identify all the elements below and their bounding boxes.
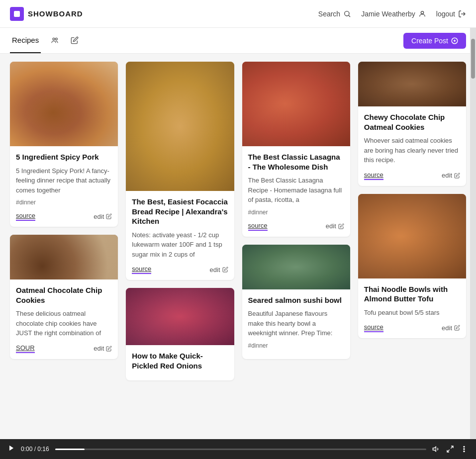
- create-post-label: Create Post: [411, 37, 448, 45]
- card-salmon-bowl: Seared salmon sushi bowl Beautiful Japan…: [242, 245, 350, 359]
- logo-icon: [10, 7, 24, 21]
- create-post-button[interactable]: Create Post: [403, 33, 466, 49]
- card-salmon-bowl-tag: #dinner: [248, 342, 344, 349]
- edit-pencil-icon3: [222, 267, 228, 273]
- tab-users[interactable]: [49, 28, 61, 53]
- card-pickled-onions: How to Make Quick-Pickled Red Onions: [126, 288, 234, 380]
- tab-edit[interactable]: [69, 28, 81, 53]
- fullscreen-icon[interactable]: [446, 445, 454, 453]
- user-name: Jamie Weatherby: [361, 10, 415, 18]
- salmon-bowl-image: [242, 245, 350, 289]
- user-icon: [418, 10, 426, 18]
- card-choc-oatmeal-title: Chewy Chocolate Chip Oatmeal Cookies: [364, 112, 460, 132]
- card-choc-oatmeal: Chewy Chocolate Chip Oatmeal Cookies Who…: [358, 62, 466, 186]
- edit-pencil-icon5: [454, 173, 460, 179]
- svg-line-1: [349, 15, 350, 17]
- card-lasagna-desc: The Best Classic Lasagna Recipe - Homema…: [248, 176, 344, 205]
- choc-oatmeal-edit[interactable]: edit: [442, 172, 460, 179]
- tabs: Recipes: [10, 28, 81, 53]
- spicy-pork-image: [10, 62, 118, 146]
- card-choc-oatmeal-desc: Whoever said oatmeal cookies are boring …: [364, 136, 460, 165]
- lasagna-edit[interactable]: edit: [326, 222, 344, 230]
- more-icon[interactable]: [460, 445, 468, 453]
- video-progress-fill: [55, 449, 85, 450]
- oatmeal-cookies-edit[interactable]: edit: [94, 345, 112, 352]
- card-spicy-pork: 5 Ingredient Spicy Pork 5 Ingredient Spi…: [10, 62, 118, 227]
- edit-pencil-icon6: [454, 325, 460, 331]
- svg-point-0: [345, 11, 349, 15]
- edit-pencil-icon: [106, 213, 112, 219]
- card-thai-noodle-title: Thai Noodle Bowls with Almond Butter Tof…: [364, 284, 460, 304]
- column-2: The Best, Easiest Focaccia Bread Recipe …: [126, 62, 234, 380]
- play-icon: [8, 445, 15, 452]
- thai-noodle-source[interactable]: source: [364, 323, 383, 332]
- svg-point-2: [421, 11, 423, 13]
- svg-line-11: [451, 446, 453, 449]
- card-salmon-bowl-title: Seared salmon sushi bowl: [248, 295, 344, 305]
- video-bar: 0:00 / 0:16: [0, 439, 476, 459]
- logout-button[interactable]: logout: [436, 10, 466, 18]
- oatmeal-cookies-image: [10, 235, 118, 279]
- subheader: Recipes Create Post: [0, 28, 476, 54]
- lasagna-image: [242, 62, 350, 146]
- card-spicy-pork-footer: source edit: [16, 210, 112, 221]
- search-button[interactable]: Search: [318, 10, 351, 18]
- card-oatmeal-cookies-title: Oatmeal Chocolate Chip Cookies: [16, 285, 112, 305]
- scrollbar[interactable]: [470, 28, 476, 439]
- card-focaccia-title: The Best, Easiest Focaccia Bread Recipe …: [132, 197, 228, 226]
- video-controls: [432, 445, 468, 453]
- card-lasagna: The Best Classic Lasagna - The Wholesome…: [242, 62, 350, 237]
- search-icon: [343, 10, 351, 18]
- card-spicy-pork-title: 5 Ingredient Spicy Pork: [16, 152, 112, 162]
- users-icon: [51, 36, 59, 44]
- main-content: 5 Ingredient Spicy Pork 5 Ingredient Spi…: [0, 54, 476, 388]
- card-choc-oatmeal-footer: source edit: [364, 169, 460, 180]
- card-spicy-pork-body: 5 Ingredient Spicy Pork 5 Ingredient Spi…: [10, 146, 118, 227]
- card-oatmeal-cookies-footer: SOUR edit: [16, 342, 112, 353]
- svg-line-12: [447, 450, 450, 452]
- card-thai-noodle: Thai Noodle Bowls with Almond Butter Tof…: [358, 194, 466, 339]
- thai-noodle-bowl-image: [358, 194, 466, 278]
- svg-point-15: [464, 451, 465, 452]
- video-play-button[interactable]: [8, 445, 15, 454]
- svg-marker-10: [433, 447, 436, 451]
- svg-point-4: [53, 38, 55, 40]
- svg-marker-9: [9, 446, 13, 451]
- card-spicy-pork-desc: 5 Ingredient Spicy Pork! A fancy-feeling…: [16, 166, 112, 195]
- cards-grid: 5 Ingredient Spicy Pork 5 Ingredient Spi…: [10, 62, 466, 380]
- card-lasagna-body: The Best Classic Lasagna - The Wholesome…: [242, 146, 350, 237]
- edit-pencil-icon2: [106, 346, 112, 352]
- edit-icon: [71, 36, 79, 44]
- svg-point-14: [464, 449, 465, 450]
- card-thai-noodle-footer: source edit: [364, 321, 460, 332]
- lasagna-source[interactable]: source: [248, 222, 268, 231]
- card-focaccia-footer: source edit: [132, 263, 228, 274]
- card-thai-noodle-body: Thai Noodle Bowls with Almond Butter Tof…: [358, 278, 466, 339]
- card-oatmeal-cookies-body: Oatmeal Chocolate Chip Cookies These del…: [10, 279, 118, 359]
- volume-icon[interactable]: [432, 445, 440, 453]
- focaccia-edit[interactable]: edit: [210, 266, 228, 274]
- app-header: SHOWBOARD Search Jamie Weatherby logout: [0, 0, 476, 28]
- card-lasagna-tag: #dinner: [248, 209, 344, 216]
- spicy-pork-edit[interactable]: edit: [94, 213, 112, 220]
- spicy-pork-source[interactable]: source: [16, 212, 35, 221]
- app-name: SHOWBOARD: [28, 9, 83, 18]
- card-focaccia: The Best, Easiest Focaccia Bread Recipe …: [126, 62, 234, 280]
- logo: SHOWBOARD: [10, 7, 83, 21]
- tab-recipes[interactable]: Recipes: [10, 28, 41, 53]
- scrollbar-thumb[interactable]: [471, 39, 475, 79]
- card-spicy-pork-tag: #dinner: [16, 199, 112, 206]
- choc-oatmeal-source[interactable]: source: [364, 171, 383, 180]
- video-progress-bar[interactable]: [55, 449, 426, 450]
- logout-label: logout: [436, 10, 455, 18]
- card-oatmeal-cookies-desc: These delicious oatmeal chocolate chip c…: [16, 309, 112, 338]
- card-oatmeal-cookies: Oatmeal Chocolate Chip Cookies These del…: [10, 235, 118, 359]
- logout-icon: [458, 10, 466, 18]
- thai-noodle-edit[interactable]: edit: [442, 324, 460, 332]
- focaccia-source[interactable]: source: [132, 265, 151, 274]
- focaccia-bread-image: [126, 62, 234, 191]
- oatmeal-cookies-source[interactable]: SOUR: [16, 344, 35, 353]
- card-choc-oatmeal-body: Chewy Chocolate Chip Oatmeal Cookies Who…: [358, 106, 466, 186]
- video-time: 0:00 / 0:16: [21, 446, 49, 453]
- card-salmon-bowl-body: Seared salmon sushi bowl Beautiful Japan…: [242, 289, 350, 359]
